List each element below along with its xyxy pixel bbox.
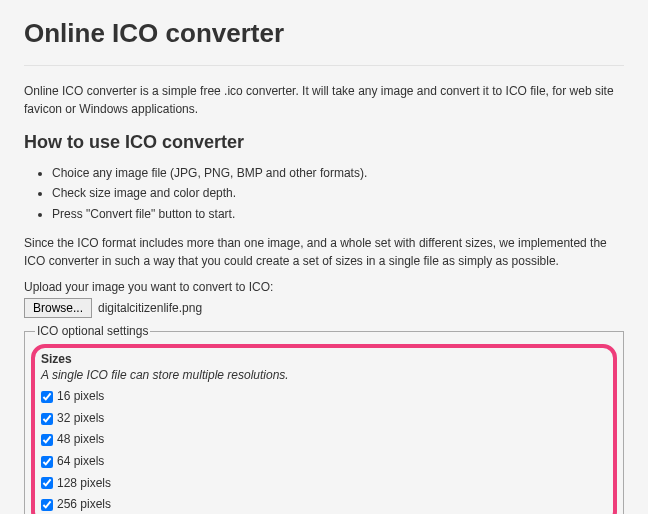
page-title: Online ICO converter [24,18,624,49]
upload-label: Upload your image you want to convert to… [24,280,624,294]
size-checkbox-64[interactable] [41,456,53,468]
size-option-256[interactable]: 256 pixels [41,494,607,514]
size-checkbox-48[interactable] [41,434,53,446]
sizes-highlight: Sizes A single ICO file can store multip… [31,344,617,514]
size-label: 256 pixels [57,494,111,514]
size-checkbox-32[interactable] [41,413,53,425]
sizes-subtext: A single ICO file can store multiple res… [41,368,607,382]
size-option-16[interactable]: 16 pixels [41,386,607,408]
selected-filename: digitalcitizenlife.png [98,301,202,315]
intro-text: Online ICO converter is a simple free .i… [24,82,624,118]
browse-button[interactable]: Browse... [24,298,92,318]
ico-settings-fieldset: ICO optional settings Sizes A single ICO… [24,324,624,514]
size-label: 128 pixels [57,473,111,495]
sizes-heading: Sizes [41,352,607,366]
howto-title: How to use ICO converter [24,132,624,153]
size-label: 48 pixels [57,429,104,451]
size-label: 16 pixels [57,386,104,408]
step-item: Choice any image file (JPG, PNG, BMP and… [52,163,624,183]
size-checkbox-16[interactable] [41,391,53,403]
step-item: Check size image and color depth. [52,183,624,203]
step-item: Press "Convert file" button to start. [52,204,624,224]
since-text: Since the ICO format includes more than … [24,234,624,270]
divider [24,65,624,66]
fieldset-legend: ICO optional settings [35,324,150,338]
size-option-64[interactable]: 64 pixels [41,451,607,473]
size-option-48[interactable]: 48 pixels [41,429,607,451]
size-label: 64 pixels [57,451,104,473]
size-checkbox-128[interactable] [41,477,53,489]
size-checkbox-256[interactable] [41,499,53,511]
size-option-128[interactable]: 128 pixels [41,473,607,495]
steps-list: Choice any image file (JPG, PNG, BMP and… [24,163,624,224]
size-label: 32 pixels [57,408,104,430]
size-option-32[interactable]: 32 pixels [41,408,607,430]
